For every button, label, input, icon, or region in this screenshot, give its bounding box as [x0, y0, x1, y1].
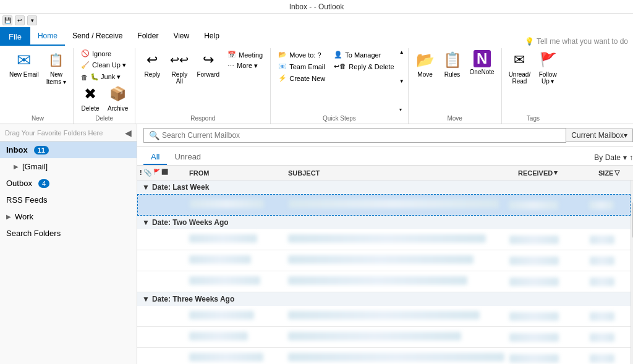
col-header-subject[interactable]: SUBJECT	[286, 167, 516, 179]
search-scope-btn[interactable]: Current Mailbox ▾	[566, 129, 633, 142]
clean-up-button[interactable]: 🧹 Clean Up ▾	[77, 60, 130, 70]
col-header-received[interactable]: RECEIVED ▾	[516, 167, 596, 179]
archive-button[interactable]: 📦 Archive	[104, 82, 131, 114]
sidebar-drag-area: Drag Your Favorite Folders Here ◀	[0, 124, 137, 142]
to-manager-button[interactable]: 👤 To Manager	[330, 49, 397, 60]
save-icon[interactable]: 💾	[2, 15, 12, 25]
date-group-three-weeks[interactable]: ▼ Date: Three Weeks Ago	[137, 292, 631, 306]
date-group-two-weeks[interactable]: ▼ Date: Two Weeks Ago	[137, 216, 631, 229]
group-quick-steps-label: Quick Steps	[274, 114, 404, 124]
email-row-3[interactable]	[137, 250, 631, 271]
sidebar-item-search-folders[interactable]: Search Folders	[0, 225, 137, 242]
new-email-icon: ✉	[14, 50, 34, 70]
junk-button[interactable]: 🗑 🐛 Junk ▾	[77, 72, 124, 82]
email-row-6[interactable]	[137, 327, 631, 348]
delete-button[interactable]: ✖ Delete	[77, 82, 103, 114]
ignore-button[interactable]: 🚫 Ignore	[77, 48, 115, 59]
email-row-1[interactable]	[137, 194, 631, 216]
filter-tab-unread[interactable]: Unread	[167, 150, 208, 165]
reply-all-button[interactable]: ↩↩ ReplyAll	[166, 48, 192, 87]
sidebar-collapse-btn[interactable]: ◀	[125, 128, 132, 138]
col-header-size[interactable]: SIZE ▽	[596, 167, 633, 179]
delete-row1: 🚫 Ignore	[77, 48, 115, 59]
tab-file[interactable]: File	[0, 27, 30, 46]
create-new-icon: ⚡	[278, 74, 287, 82]
search-input-wrap[interactable]: 🔍	[143, 128, 566, 143]
meeting-button[interactable]: 📅 Meeting	[224, 49, 266, 60]
sidebar-item-outbox[interactable]: Outbox 4	[0, 175, 137, 192]
col-header-from[interactable]: FROM	[187, 167, 286, 179]
sidebar-nav: Inbox 11 ▶ [Gmail] Outbox 4 RSS Feeds ▶ …	[0, 142, 137, 364]
filter-tab-all[interactable]: All	[143, 150, 167, 165]
email-1-size	[587, 200, 630, 211]
email-row-5[interactable]	[137, 306, 631, 327]
tell-me-area[interactable]: 💡 Tell me what you want to do	[520, 37, 633, 46]
group-tags: ✉ Unread/Read 🚩 FollowUp ▾ Tags	[502, 48, 565, 124]
delete-icon: ✖	[80, 84, 100, 104]
move-icon: 📂	[415, 50, 435, 70]
respond-buttons: ↩ Reply ↩↩ ReplyAll ↪ Forward 📅 Meeting …	[139, 48, 266, 114]
tab-view[interactable]: View	[166, 27, 197, 46]
meeting-label: Meeting	[239, 51, 263, 59]
email-row-2[interactable]	[137, 229, 631, 250]
new-items-button[interactable]: 📋 NewItems ▾	[43, 48, 69, 88]
email-row-4[interactable]	[137, 271, 631, 292]
email-area: 🔍 Current Mailbox ▾ All Unread By Date ▾…	[137, 124, 633, 364]
to-manager-icon: 👤	[334, 51, 342, 59]
follow-up-label: FollowUp ▾	[539, 71, 557, 85]
col-header-icons: ! 📎 🚩 ⬛	[137, 169, 187, 177]
team-email-button[interactable]: 📧 Team Email	[274, 61, 329, 72]
title-text: Inbox - - Outlook	[289, 2, 344, 11]
work-expand-icon: ▶	[6, 213, 11, 220]
search-input[interactable]	[162, 131, 561, 140]
sort-area[interactable]: By Date ▾ ↑	[594, 153, 633, 162]
search-scope-arrow: ▾	[624, 131, 627, 140]
work-label: Work	[15, 212, 33, 221]
date-group-last-week[interactable]: ▼ Date: Last Week	[137, 180, 631, 194]
column-headers: ! 📎 🚩 ⬛ FROM SUBJECT RECEIVED ▾ SIZE ▽	[137, 166, 633, 180]
sidebar-item-work[interactable]: ▶ Work	[0, 208, 137, 225]
reply-delete-button[interactable]: ↩🗑 Reply & Delete	[330, 61, 397, 72]
follow-up-button[interactable]: 🚩 FollowUp ▾	[535, 48, 561, 87]
tab-help[interactable]: Help	[197, 27, 227, 46]
sidebar-item-rss[interactable]: RSS Feeds	[0, 192, 137, 208]
qs-scroll-down[interactable]: ▼	[399, 78, 404, 84]
reply-button[interactable]: ↩ Reply	[139, 48, 165, 80]
tab-folder[interactable]: Folder	[130, 27, 166, 46]
sidebar-item-inbox[interactable]: Inbox 11	[0, 142, 137, 158]
two-weeks-label: Date: Two Weeks Ago	[152, 218, 229, 227]
quick-access-expand[interactable]: ▾	[27, 15, 37, 25]
tags-buttons: ✉ Unread/Read 🚩 FollowUp ▾	[506, 48, 561, 114]
tab-send-receive[interactable]: Send / Receive	[65, 27, 130, 46]
rules-label: Rules	[444, 71, 461, 78]
email-1-from	[187, 198, 286, 211]
tab-home[interactable]: Home	[30, 27, 65, 46]
undo-icon[interactable]: ↩	[15, 15, 25, 25]
two-weeks-collapse-icon: ▼	[142, 218, 150, 227]
move-to-button[interactable]: 📂 Move to: ?	[274, 49, 329, 60]
email-row-7[interactable]	[137, 348, 631, 364]
qs-expand[interactable]: ▾	[399, 107, 404, 112]
email-1-subject-blurred	[289, 200, 499, 208]
email-1-size-blurred	[589, 201, 614, 210]
create-new-button[interactable]: ⚡ Create New	[274, 73, 329, 83]
rules-button[interactable]: 📋 Rules	[440, 48, 465, 80]
sidebar-item-gmail[interactable]: ▶ [Gmail]	[0, 158, 137, 175]
size-filter-icon: ▽	[614, 169, 619, 177]
last-week-collapse-icon: ▼	[142, 183, 150, 192]
email-1-received-blurred	[509, 201, 558, 210]
follow-up-icon: 🚩	[538, 50, 558, 70]
new-email-button[interactable]: ✉ New Email	[6, 48, 42, 80]
onenote-button[interactable]: N OneNote	[467, 48, 498, 77]
email-list-scrollbar[interactable]: ▲ ▼	[631, 180, 633, 364]
more-respond-icon: ⋯	[227, 62, 234, 70]
more-respond-button[interactable]: ⋯ More ▾	[224, 61, 266, 71]
forward-button[interactable]: ↪ Forward	[193, 48, 223, 80]
move-button[interactable]: 📂 Move	[412, 48, 438, 80]
received-label: RECEIVED	[518, 169, 553, 177]
inbox-label: Inbox	[6, 145, 28, 154]
qs-scroll-up[interactable]: ▲	[399, 49, 404, 55]
unread-read-button[interactable]: ✉ Unread/Read	[506, 48, 534, 87]
reply-delete-icon: ↩🗑	[334, 62, 346, 70]
unread-read-label: Unread/Read	[509, 71, 531, 85]
